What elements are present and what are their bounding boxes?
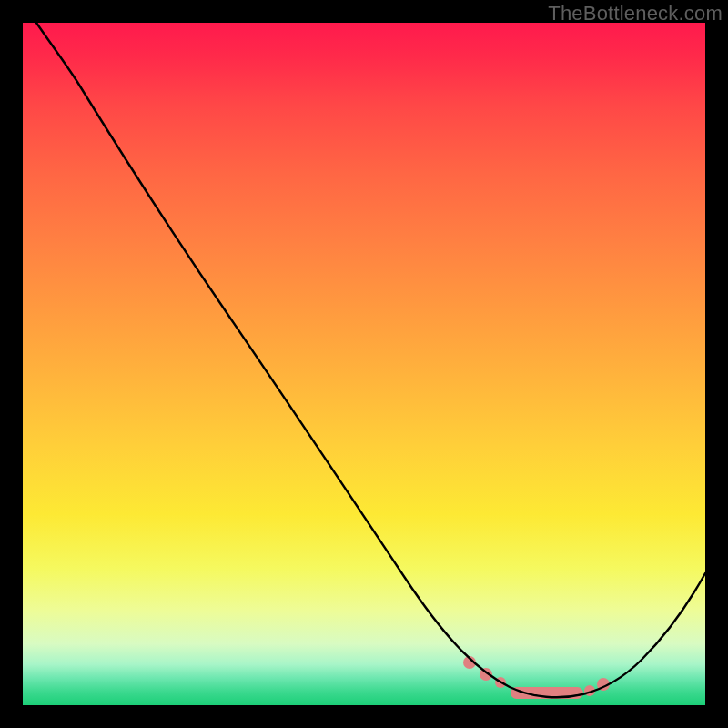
plot-area (23, 23, 705, 705)
curve-svg (23, 23, 705, 705)
main-curve (36, 23, 705, 697)
chart-stage: TheBottleneck.com (0, 0, 728, 728)
